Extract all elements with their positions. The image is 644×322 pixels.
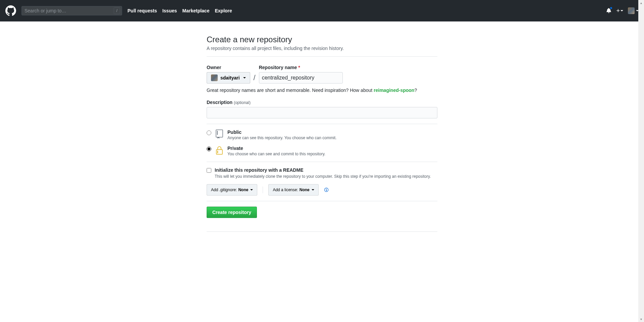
divider xyxy=(207,201,437,201)
name-hint: Great repository names are short and mem… xyxy=(207,88,437,93)
caret-down-icon xyxy=(243,77,246,78)
header-actions: + xyxy=(606,7,639,14)
notification-indicator-icon xyxy=(609,6,613,10)
caret-down-icon xyxy=(312,189,314,191)
readme-row: Initialize this repository with a README xyxy=(207,167,437,173)
public-content: Public Anyone can see this repository. Y… xyxy=(227,129,437,140)
repo-name-input[interactable] xyxy=(259,72,343,84)
plus-icon: + xyxy=(616,7,620,14)
divider xyxy=(207,124,437,124)
notifications-button[interactable] xyxy=(606,8,611,14)
owner-label: Owner xyxy=(207,65,250,70)
lock-icon xyxy=(215,146,223,155)
owner-repo-row: Owner sdaityari / Repository name * xyxy=(207,65,437,84)
description-label: Description (optional) xyxy=(207,100,251,105)
svg-rect-1 xyxy=(217,131,218,135)
caret-down-icon xyxy=(621,10,623,11)
readme-desc: This will let you immediately clone the … xyxy=(215,174,437,179)
extras-row: Add .gitignore: None Add a license: None xyxy=(207,184,437,196)
main-content: Create a new repository A repository con… xyxy=(201,35,443,232)
name-suggestion-link[interactable]: reimagined-spoon xyxy=(374,88,414,93)
repo-icon xyxy=(215,129,223,139)
private-radio[interactable] xyxy=(207,147,211,151)
gitignore-select-button[interactable]: Add .gitignore: None xyxy=(207,184,257,196)
search-container: / xyxy=(21,6,122,15)
search-input[interactable] xyxy=(21,6,122,15)
caret-down-icon xyxy=(250,189,253,191)
page-title: Create a new repository xyxy=(207,35,437,44)
github-logo-icon[interactable] xyxy=(5,5,16,16)
info-icon[interactable] xyxy=(324,187,329,192)
private-content: Private You choose who can see and commi… xyxy=(227,146,437,156)
private-title: Private xyxy=(227,146,437,151)
visibility-private-option: Private You choose who can see and commi… xyxy=(207,146,437,156)
divider xyxy=(207,56,437,57)
owner-group: Owner sdaityari xyxy=(207,65,250,84)
create-menu-button[interactable]: + xyxy=(616,7,623,14)
nav-marketplace[interactable]: Marketplace xyxy=(182,8,210,13)
visibility-public-option: Public Anyone can see this repository. Y… xyxy=(207,129,437,140)
nav-issues[interactable]: Issues xyxy=(162,8,177,13)
svg-rect-2 xyxy=(216,150,222,154)
divider xyxy=(207,162,437,162)
path-separator: / xyxy=(254,73,256,82)
scroll-up-icon[interactable]: ▴ xyxy=(638,0,644,6)
repo-name-label: Repository name * xyxy=(259,65,343,70)
user-menu-button[interactable] xyxy=(628,7,639,14)
public-title: Public xyxy=(227,129,437,135)
private-desc: You choose who can see and commit to thi… xyxy=(227,152,437,156)
create-repository-button[interactable]: Create repository xyxy=(207,207,257,218)
license-select-button[interactable]: Add a license: None xyxy=(268,184,318,196)
repo-name-group: Repository name * xyxy=(259,65,343,84)
nav-pull-requests[interactable]: Pull requests xyxy=(127,8,157,13)
required-indicator: * xyxy=(298,65,300,70)
avatar xyxy=(211,74,218,81)
public-desc: Anyone can see this repository. You choo… xyxy=(227,136,437,140)
page-subtitle: A repository contains all project files,… xyxy=(207,46,437,51)
owner-select-button[interactable]: sdaityari xyxy=(207,72,250,84)
svg-rect-3 xyxy=(217,151,218,153)
public-radio[interactable] xyxy=(207,130,211,135)
description-group: Description (optional) xyxy=(207,100,437,118)
divider xyxy=(207,231,437,232)
nav-explore[interactable]: Explore xyxy=(215,8,232,13)
readme-label: Initialize this repository with a README xyxy=(215,167,303,173)
readme-checkbox[interactable] xyxy=(207,168,211,173)
search-shortcut-icon: / xyxy=(114,7,120,14)
primary-nav: Pull requests Issues Marketplace Explore xyxy=(127,8,232,13)
divider xyxy=(263,186,263,193)
global-header: / Pull requests Issues Marketplace Explo… xyxy=(0,0,644,21)
description-input[interactable] xyxy=(207,107,437,118)
owner-name: sdaityari xyxy=(220,75,240,80)
scrollbar[interactable]: ▴ ▾ xyxy=(638,0,644,237)
avatar xyxy=(628,7,635,14)
